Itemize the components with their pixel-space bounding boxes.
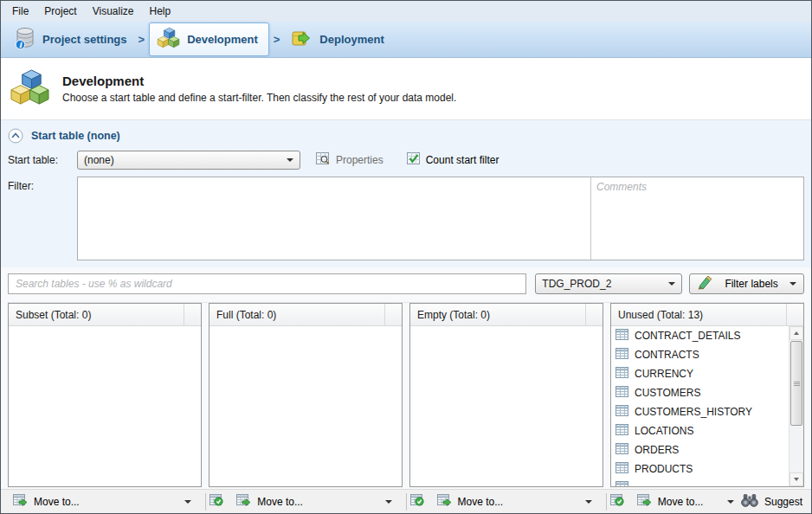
panel-unused-header[interactable]: Unused (Total: 13): [611, 304, 803, 326]
app-window: File Project Visualize Help i Project se…: [0, 0, 812, 514]
breadcrumb-label: Development: [187, 33, 258, 46]
schema-select[interactable]: TDG_PROD_2: [535, 273, 682, 294]
search-input[interactable]: [8, 273, 526, 294]
breadcrumb-deployment[interactable]: Deployment: [284, 24, 390, 55]
table-name: CONTRACT_DETAILS: [635, 330, 740, 342]
scroll-down-button[interactable]: [789, 472, 803, 486]
breadcrumb-development[interactable]: Development: [149, 22, 269, 56]
table-name: CUSTOMERS_HISTORY: [635, 406, 752, 418]
table-check-badge-icon: [410, 494, 425, 510]
divider: [606, 493, 607, 511]
chevron-down-icon: [385, 500, 392, 504]
chevron-down-icon: [668, 282, 675, 286]
suggest-button[interactable]: Suggest: [739, 492, 804, 511]
panel-subset: Subset (Total: 0): [8, 303, 202, 487]
chevron-down-icon: [727, 500, 734, 504]
menu-bar: File Project Visualize Help: [1, 1, 811, 22]
scrollbar-thumb[interactable]: [790, 341, 802, 426]
empty-actions: Move to...: [409, 490, 604, 513]
count-start-filter-button[interactable]: Count start filter: [401, 150, 505, 170]
page-title: Development: [62, 74, 456, 88]
panel-full-header[interactable]: Full (Total: 0): [209, 304, 402, 326]
full-list[interactable]: [209, 326, 402, 486]
table-list-item[interactable]: CUSTOMERS_HISTORY: [611, 402, 789, 421]
chevron-down-icon: [287, 158, 293, 162]
full-count-toggle-button[interactable]: [208, 492, 226, 511]
table-magnifier-icon: [316, 152, 331, 168]
unused-scrollbar[interactable]: [789, 326, 803, 486]
divider: [205, 493, 206, 511]
table-list-item[interactable]: CONTRACT_DETAILS: [611, 326, 789, 345]
unused-count-toggle-button[interactable]: [609, 492, 627, 511]
table-name: LOCATIONS: [635, 425, 693, 437]
table-check-badge-icon: [209, 494, 224, 510]
table-list-item[interactable]: ORDERS: [611, 440, 789, 459]
subset-list[interactable]: [9, 326, 201, 486]
unused-actions: Move to...: [609, 490, 804, 513]
cubes-icon-large: [10, 68, 50, 110]
binoculars-icon: [741, 493, 758, 510]
table-list-item[interactable]: PRODUCTS: [611, 459, 789, 479]
subset-move-to-button[interactable]: Move to...: [8, 492, 203, 511]
scrollbar-track[interactable]: [789, 340, 803, 472]
breadcrumb-separator: >: [139, 33, 145, 46]
tables-area: TDG_PROD_2 Filter labels Subset (Tota: [1, 267, 811, 513]
table-arrow-icon: [236, 494, 251, 510]
table-list-item[interactable]: LOCATIONS: [611, 421, 789, 440]
collapse-section-button[interactable]: [8, 128, 23, 144]
scroll-up-button[interactable]: [789, 326, 803, 340]
table-list-item[interactable]: CONTRACTS: [611, 345, 789, 364]
table-check-icon: [406, 152, 421, 168]
page-subtitle: Choose a start table and define a start-…: [62, 92, 456, 104]
panel-full: Full (Total: 0): [209, 303, 403, 487]
breadcrumb: i Project settings >: [1, 22, 811, 58]
table-icon: [615, 462, 628, 476]
triangle-up-icon: [794, 331, 799, 335]
menu-file[interactable]: File: [4, 2, 36, 21]
breadcrumb-label: Deployment: [319, 33, 383, 46]
unused-list[interactable]: CONTRACT_DETAILS CONTRACTS CURRENCY: [611, 326, 789, 486]
panel-empty: Empty (Total: 0): [409, 303, 603, 487]
table-icon: [615, 443, 628, 457]
filter-labels-button[interactable]: Filter labels: [689, 273, 804, 294]
table-arrow-icon: [637, 494, 652, 510]
table-name: PRODUCTS: [635, 463, 693, 475]
properties-button[interactable]: Properties: [311, 150, 389, 170]
menu-project[interactable]: Project: [36, 2, 84, 21]
subset-actions: Move to...: [8, 490, 203, 513]
empty-count-toggle-button[interactable]: [409, 492, 427, 511]
table-icon: [615, 424, 628, 438]
comments-input[interactable]: [590, 177, 803, 260]
cubes-icon: [157, 27, 180, 52]
table-name: CUSTOMERS: [635, 387, 700, 399]
empty-move-to-button[interactable]: Move to...: [432, 492, 604, 511]
table-icon: [615, 386, 628, 400]
menu-visualize[interactable]: Visualize: [85, 2, 142, 21]
scrollbar-grip-icon: [794, 381, 800, 387]
panel-empty-header[interactable]: Empty (Total: 0): [410, 304, 603, 326]
table-icon: [615, 329, 628, 343]
panel-subset-header[interactable]: Subset (Total: 0): [9, 304, 201, 326]
divider: [406, 493, 407, 511]
empty-list[interactable]: [410, 326, 603, 486]
marker-pen-icon: [697, 275, 713, 292]
package-arrow-icon: [291, 28, 313, 51]
table-name: CURRENCY: [635, 368, 693, 380]
menu-help[interactable]: Help: [142, 2, 179, 21]
table-list-item[interactable]: CUSTOMERS: [611, 383, 789, 402]
table-icon: [615, 367, 628, 381]
start-table-select[interactable]: (none): [77, 151, 300, 170]
table-arrow-icon: [13, 494, 28, 510]
database-info-icon: i: [15, 27, 35, 53]
chevron-down-icon: [789, 282, 796, 286]
table-list-item[interactable]: [611, 479, 789, 486]
filter-input[interactable]: [78, 177, 590, 260]
full-move-to-button[interactable]: Move to...: [231, 492, 403, 511]
unused-move-to-button[interactable]: Move to...: [632, 492, 739, 511]
classification-panels: Subset (Total: 0) Full (Total: 0) Empty …: [8, 302, 804, 487]
chevron-down-icon: [184, 500, 191, 504]
table-arrow-icon: [437, 494, 452, 510]
table-list-item[interactable]: CURRENCY: [611, 364, 789, 383]
breadcrumb-project-settings[interactable]: i Project settings: [8, 23, 134, 56]
start-table-section: Start table (none) Start table: (none) P…: [1, 119, 811, 267]
